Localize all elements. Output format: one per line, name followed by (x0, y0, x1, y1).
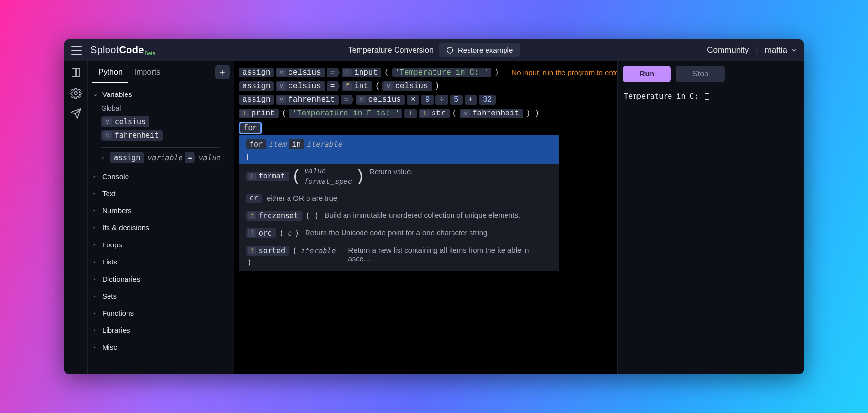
svg-point-0 (74, 92, 77, 94)
send-icon[interactable] (70, 108, 82, 119)
input-hint: No input, run the program to enter inpu (511, 68, 618, 76)
scope-label: Global (90, 102, 231, 115)
section-loops[interactable]: ›Loops (90, 236, 231, 253)
titlebar: SplootCodeBeta Temperature Conversion Re… (64, 39, 804, 61)
cursor-indicator (247, 154, 248, 160)
section-sets[interactable]: ›Sets (90, 287, 231, 304)
tab-imports[interactable]: Imports (128, 61, 166, 83)
brand: SplootCodeBeta (90, 44, 156, 56)
user-menu[interactable]: mattia (765, 45, 797, 55)
assign-template[interactable]: › assign variable = value (101, 152, 231, 163)
autocomplete-popup: for item in iterable fformat ( valueform… (239, 135, 559, 271)
output-console[interactable]: Temperature in C: (618, 87, 804, 374)
section-misc[interactable]: ›Misc (90, 338, 231, 356)
variable-chip[interactable]: vcelsius (101, 115, 231, 129)
app-window: SplootCodeBeta Temperature Conversion Re… (64, 39, 804, 374)
section-numbers[interactable]: ›Numbers (90, 202, 231, 219)
community-link[interactable]: Community (707, 45, 749, 55)
code-line: assign vcelsius = finput ( 'Temperature … (239, 66, 613, 79)
chevron-down-icon (790, 47, 797, 54)
editing-line: for (239, 120, 613, 136)
section-functions[interactable]: ›Functions (90, 304, 231, 321)
editing-token[interactable]: for (239, 122, 262, 134)
section-variables[interactable]: ⌄Variables (90, 86, 231, 102)
add-button[interactable] (215, 65, 230, 79)
side-panel: Python Imports ⌄Variables Global vcelsiu… (88, 61, 234, 374)
stop-button[interactable]: Stop (676, 66, 725, 82)
code-editor[interactable]: assign vcelsius = finput ( 'Temperature … (234, 61, 618, 374)
autocomplete-item[interactable]: fformat ( valueformat_spec ) Return valu… (239, 164, 559, 190)
section-text[interactable]: ›Text (90, 185, 231, 202)
input-cursor (705, 93, 709, 100)
run-panel: Run Stop Temperature in C: (618, 61, 804, 374)
autocomplete-item[interactable]: ffrozenset () Build an immutable unorder… (239, 207, 559, 225)
section-dicts[interactable]: ›Dictionaries (90, 270, 231, 287)
code-line: assign vcelsius = fint ( vcelsius ) (239, 79, 613, 93)
tab-python[interactable]: Python (92, 61, 128, 83)
section-ifs[interactable]: ›Ifs & decisions (90, 219, 231, 236)
left-rail (64, 61, 88, 374)
plus-icon (218, 68, 226, 76)
chevron-right-icon: › (101, 154, 107, 161)
section-libraries[interactable]: ›Libraries (90, 321, 231, 338)
code-line: assign vfahrenheit = vcelsius × 9 ÷ 5 + … (239, 93, 613, 107)
chevron-down-icon: ⌄ (93, 91, 99, 97)
chevron-right-icon: › (93, 173, 99, 179)
restore-example-button[interactable]: Restore example (439, 43, 520, 57)
autocomplete-item[interactable]: or either a OR b are true (239, 190, 559, 207)
run-button[interactable]: Run (623, 66, 671, 82)
variable-chip[interactable]: vfahrenheit (101, 129, 231, 142)
autocomplete-item[interactable]: for item in iterable (239, 135, 559, 164)
autocomplete-item[interactable]: fsorted (iterable) Return a new list con… (239, 242, 559, 271)
section-console[interactable]: ›Console (90, 168, 231, 185)
autocomplete-item[interactable]: ford (c) Return the Unicode code point f… (239, 225, 559, 242)
book-icon[interactable] (70, 67, 82, 78)
project-title: Temperature Conversion (348, 46, 434, 55)
gear-icon[interactable] (70, 87, 82, 99)
menu-icon[interactable] (71, 46, 82, 55)
code-line: fprint ( 'Temperature in F is: ' + fstr … (239, 107, 613, 120)
section-lists[interactable]: ›Lists (90, 253, 231, 270)
restore-icon (446, 46, 454, 54)
